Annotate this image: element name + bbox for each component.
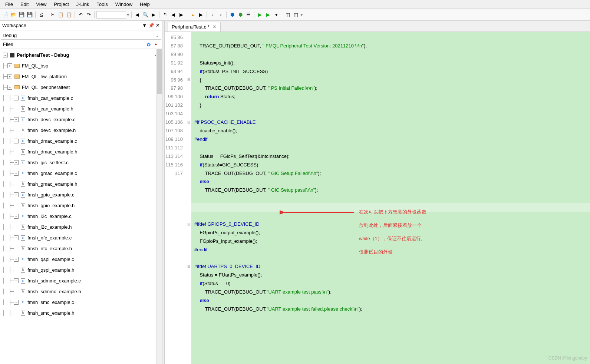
tree-scrollbar[interactable] [156, 49, 162, 364]
bookmark-prev-icon[interactable]: ◀ [169, 11, 177, 19]
batch-icon[interactable]: ☰ [245, 11, 252, 19]
dropdown-icon[interactable]: ▼ [142, 23, 147, 28]
nav-back-icon[interactable]: ◀ [134, 11, 141, 19]
tree-row[interactable]: │ ├─fmsh_gmac_example.h [0, 179, 162, 189]
editor-tabs: PeripheralTest.c * ✕ [165, 21, 590, 32]
menu-j-link[interactable]: J-Link [73, 1, 93, 8]
editor-panel: PeripheralTest.c * ✕ 85 86 87 88 89 90 9… [165, 21, 590, 364]
close-panel-icon[interactable]: ✕ [156, 23, 160, 28]
tree-row[interactable]: │ ├─fmsh_nfc_example.h [0, 243, 162, 254]
menu-file[interactable]: File [1, 1, 17, 8]
gear-icon[interactable]: ✿ [146, 42, 151, 47]
line-numbers: 85 86 87 88 89 90 91 92 93 94 95 96 97 9… [165, 32, 186, 364]
pin-icon[interactable]: 📌 [148, 23, 154, 28]
tree-row[interactable]: │ ├─+fmsh_gpio_example.c• [0, 189, 162, 200]
tree-row[interactable]: ├─−FM_QL_peripheraltest• [0, 82, 162, 93]
tree-row[interactable]: │ ├─+fmsh_can_example.c• [0, 93, 162, 103]
nav-fwd-icon[interactable]: ▶ [150, 11, 157, 19]
menu-help[interactable]: Help [136, 1, 154, 8]
open-icon[interactable]: 📂 [10, 11, 17, 19]
tree-row[interactable]: │ ├─+fmsh_dmac_example.c• [0, 136, 162, 146]
tree-row[interactable]: │ ├─fmsh_gpio_example.h [0, 200, 162, 211]
paste-icon[interactable]: 📋 [65, 11, 73, 19]
find-icon[interactable]: 🔍 [142, 11, 149, 19]
save-all-icon[interactable]: 💾 [26, 11, 33, 19]
watermark: CSDN @bingcheby [548, 354, 587, 363]
tree-row[interactable]: │ ├─fmsh_i2c_example.h [0, 222, 162, 232]
window1-icon[interactable]: ◫ [284, 11, 291, 19]
tree-row[interactable]: │ ├─fmsh_dmac_example.h [0, 146, 162, 157]
fold-column[interactable]: ⊟⊟⊟⊟ [186, 32, 191, 364]
build-icon[interactable]: ⬢ [237, 11, 244, 19]
tab-title: PeripheralTest.c * [172, 24, 210, 30]
tree-row[interactable]: │ ├─+fmsh_qspi_example.c• [0, 254, 162, 265]
tree-row[interactable]: │ ├─fmsh_sdmmc_example.h [0, 286, 162, 297]
tree-row[interactable]: │ ├─+fmsh_sdmmc_example.c• [0, 275, 162, 286]
new-icon[interactable]: 📄 [1, 11, 9, 19]
workspace-title: Workspace [2, 23, 142, 28]
step-out-icon[interactable]: ↰ [161, 11, 169, 19]
undo-icon[interactable]: ↶ [77, 11, 84, 19]
tree-row[interactable]: │ ├─+fmsh_i2c_example.c• [0, 211, 162, 222]
cut-icon[interactable]: ✂ [49, 11, 56, 19]
tree-row[interactable]: │ ├─fmsh_qspi_example.h [0, 265, 162, 275]
stop-icon[interactable]: ▾ [273, 11, 280, 19]
print-icon[interactable]: 🖨 [37, 11, 45, 19]
menu-bar: FileEditViewProjectJ-LinkToolsWindowHelp [0, 0, 590, 9]
tree-row[interactable]: │ ├─+fmsh_gic_selftest.c• [0, 157, 162, 168]
file-tree[interactable]: −PeripheralTest - Debug✓├─+FM_QL_bsp•├─+… [0, 49, 162, 364]
files-label: Files [3, 42, 146, 47]
tab-peripheraltest[interactable]: PeripheralTest.c * ✕ [168, 22, 221, 32]
status-dot-icon: • [155, 41, 157, 48]
workspace-panel: Workspace ▼ 📌 ✕ Debug ⌄ Files ✿ • −Perip… [0, 21, 162, 364]
file2-icon[interactable]: ▫ [217, 11, 224, 19]
menu-view[interactable]: View [32, 1, 50, 8]
tree-row[interactable]: ├─+FM_QL_hw_platform• [0, 71, 162, 82]
tree-row[interactable]: │ ├─fmsh_smc_example.h [0, 308, 162, 318]
menu-tools[interactable]: Tools [93, 1, 111, 8]
tree-row[interactable]: │ ├─fmsh_devc_example.h [0, 125, 162, 136]
config-value: Debug [3, 33, 17, 38]
menu-window[interactable]: Window [112, 1, 136, 8]
tree-row[interactable]: │ ├─+fmsh_nfc_example.c• [0, 232, 162, 243]
tree-row[interactable]: │ ├─fmsh_can_example.h [0, 103, 162, 114]
config-combo[interactable]: Debug ⌄ [1, 31, 161, 40]
menu-project[interactable]: Project [50, 1, 72, 8]
toolbar: 📄 📂 💾 💾 🖨 ✂ 📋 📋 ↶ ↷ ▾ ◀ 🔍 ▶ ↰ ◀ ▶ ⬥ ▶ ▫ … [0, 9, 590, 21]
code-editor[interactable]: 85 86 87 88 89 90 91 92 93 94 95 96 97 9… [165, 32, 590, 364]
compile-icon[interactable]: ⬢ [228, 11, 236, 19]
redo-icon[interactable]: ↷ [85, 11, 92, 19]
code-area[interactable]: TRACE_OUT(DEBUG_OUT, " FMQL Peripheral T… [191, 32, 590, 364]
toggle-bp-icon[interactable]: ▶ [197, 11, 205, 19]
save-icon[interactable]: 💾 [18, 11, 25, 19]
search-combo[interactable] [96, 11, 126, 19]
tree-row[interactable]: │ ├─+fmsh_devc_example.c• [0, 114, 162, 125]
menu-edit[interactable]: Edit [17, 1, 32, 8]
tree-row[interactable]: −PeripheralTest - Debug✓ [0, 50, 162, 60]
tab-close-icon[interactable]: ✕ [212, 24, 217, 30]
tree-row[interactable]: │ ├─+fmsh_gmac_example.c• [0, 168, 162, 179]
run-icon[interactable]: ▶ [256, 11, 264, 19]
bookmark-next-icon[interactable]: ▶ [178, 11, 185, 19]
file1-icon[interactable]: ▫ [209, 11, 216, 19]
debug-icon[interactable]: ▶ [264, 11, 272, 19]
tree-row[interactable]: │ ├─+fmsh_smc_example.c• [0, 297, 162, 308]
tree-row[interactable]: ├─+FM_QL_bsp• [0, 60, 162, 71]
breakpoint-icon[interactable]: ⬥ [189, 11, 197, 19]
window2-icon[interactable]: ◫ [292, 11, 300, 19]
copy-icon[interactable]: 📋 [57, 11, 65, 19]
